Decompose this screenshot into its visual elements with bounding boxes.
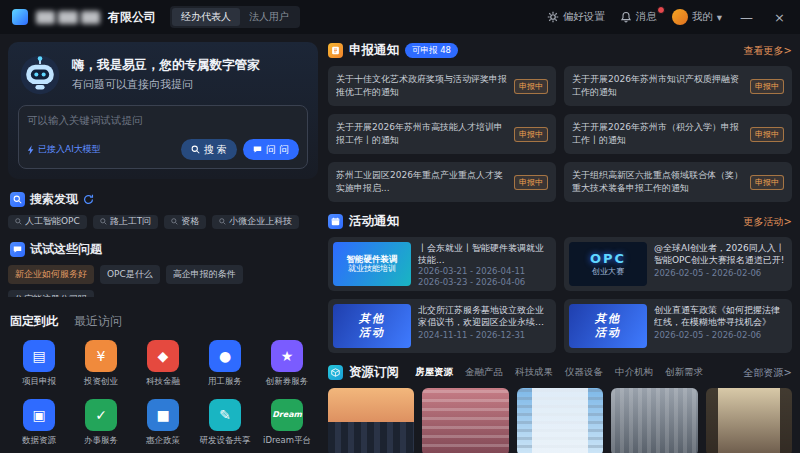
profile-menu[interactable]: 我的 ▾ <box>672 9 722 25</box>
tab-innovation-needs[interactable]: 创新需求 <box>665 366 703 379</box>
main-content: 嗨，我是易豆，您的专属数字管家 有问题可以直接向我提问 已接入AI大模型 <box>0 34 800 453</box>
close-button[interactable]: × <box>771 11 788 24</box>
discover-chip[interactable]: 人工智能OPC <box>8 215 87 229</box>
notices-more-link[interactable]: 查看更多> <box>744 44 792 58</box>
tab-legal-user[interactable]: 法人用户 <box>240 8 298 26</box>
tab-agencies[interactable]: 中介机构 <box>615 366 653 379</box>
quick-access-tabs: 固定到此 最近访问 <box>10 313 316 330</box>
status-badge: 申报中 <box>750 127 784 142</box>
app-shortcut-data[interactable]: ▣ 数据资源 <box>8 399 70 445</box>
tab-financial[interactable]: 金融产品 <box>465 366 503 379</box>
tab-housing[interactable]: 房屋资源 <box>415 366 453 379</box>
notice-card[interactable]: 关于开展2026年苏州市知识产权质押融资工作的通知 申报中 <box>564 66 792 106</box>
discover-chip[interactable]: 小微企业上科技 <box>212 215 299 229</box>
app-shortcut-invest[interactable]: ¥ 投资创业 <box>70 340 132 386</box>
status-badge: 申报中 <box>750 175 784 190</box>
activity-thumbnail: 其他 活动 <box>333 304 411 348</box>
titlebar-actions: 偏好设置 消息 我的 ▾ — × <box>547 9 788 25</box>
activity-card[interactable]: 其他 活动 创业直通车政策《如何把握法律红线，在模糊地带寻找机会》 2026-0… <box>564 299 792 353</box>
messages-button[interactable]: 消息 <box>620 10 657 24</box>
box-icon <box>328 365 343 380</box>
idream-icon: Dream <box>271 399 303 431</box>
property-card[interactable]: 浦公外服大厦，苏州 园区精装 <box>706 388 792 453</box>
app-shortcut-finance[interactable]: ◆ 科技金融 <box>132 340 194 386</box>
property-photo <box>328 388 414 453</box>
search-button[interactable]: 搜 索 <box>181 139 237 160</box>
search-icon <box>13 195 22 204</box>
search-icon <box>100 218 107 225</box>
question-chip[interactable]: 住宅能注册公司吗 <box>8 290 94 297</box>
status-badge: 申报中 <box>750 79 784 94</box>
tab-recent[interactable]: 最近访问 <box>74 313 122 330</box>
resources-title: 资源订阅 <box>349 364 399 381</box>
app-shortcut-idream[interactable]: Dream iDream平台 <box>256 399 318 445</box>
minimize-button[interactable]: — <box>737 11 756 24</box>
question-chip[interactable]: 新企业如何服务好 <box>8 265 94 284</box>
company-logo-blurred <box>36 11 100 24</box>
titlebar: 有限公司 经办代表人 法人用户 偏好设置 消息 我的 ▾ — × <box>0 0 800 34</box>
equipment-icon: ✎ <box>209 399 241 431</box>
questions-icon <box>10 242 25 257</box>
status-badge: 申报中 <box>514 175 548 190</box>
activity-date: 2026-02-05 - 2026-02-06 <box>654 268 787 278</box>
notice-card[interactable]: 关于十佳文化艺术政府奖项与活动评奖申报推优工作的通知 申报中 <box>328 66 556 106</box>
tab-pinned[interactable]: 固定到此 <box>10 313 58 330</box>
property-photo <box>517 388 603 453</box>
tab-instruments[interactable]: 仪器设备 <box>565 366 603 379</box>
activity-info: 北交所江苏服务基地设立致企业家倡议书，欢迎园区企业永续加入! 2024-11-1… <box>418 304 551 348</box>
activity-card[interactable]: 其他 活动 北交所江苏服务基地设立致企业家倡议书，欢迎园区企业永续加入! 202… <box>328 299 556 353</box>
app-shortcut-equipment[interactable]: ✎ 研发设备共享 <box>194 399 256 445</box>
app-label: 办事服务 <box>84 435 118 445</box>
question-chip[interactable]: 高企申报的条件 <box>166 265 243 284</box>
notice-card[interactable]: 苏州工业园区2026年重点产业重点人才奖实施申报启... 申报中 <box>328 162 556 202</box>
chevron-down-icon: ▾ <box>717 11 722 23</box>
status-badge: 申报中 <box>514 127 548 142</box>
activity-date: 2026-02-05 - 2026-02-06 <box>654 330 787 340</box>
avatar <box>672 9 688 25</box>
resources-section: 资源订阅 房屋资源 金融产品 科技成果 仪器设备 中介机构 创新需求 全部资源>… <box>328 364 792 453</box>
notice-card[interactable]: 关于开展2026年苏州市高技能人才培训申报工作丨的通知 申报中 <box>328 114 556 154</box>
activity-info: 创业直通车政策《如何把握法律红线，在模糊地带寻找机会》 2026-02-05 -… <box>654 304 787 348</box>
search-icon <box>15 218 22 225</box>
activity-card[interactable]: 智能硬件装调 就业技能培训 丨会东就业丨智能硬件装调就业技能... 2026-0… <box>328 237 556 291</box>
activity-thumbnail: 其他 活动 <box>569 304 647 348</box>
refresh-icon[interactable] <box>83 194 94 205</box>
data-icon: ▣ <box>23 399 55 431</box>
activities-more-link[interactable]: 更多活动> <box>744 215 792 229</box>
activity-title: 丨会东就业丨智能硬件装调就业技能... <box>418 242 551 264</box>
property-card[interactable]: 6-9A0 <box>328 388 414 453</box>
activity-title: 北交所江苏服务基地设立致企业家倡议书，欢迎园区企业永续加入! <box>418 304 551 328</box>
lightning-icon <box>27 145 35 155</box>
question-chip[interactable]: OPC是什么 <box>100 265 160 284</box>
activity-date: 2026-03-21 - 2026-04-11 <box>418 266 551 275</box>
notice-card[interactable]: 关于开展2026年苏州市（积分入学）申报工作丨的通知 申报中 <box>564 114 792 154</box>
company-logo-icon <box>12 9 28 25</box>
tab-agent-user[interactable]: 经办代表人 <box>172 8 240 26</box>
preferences-button[interactable]: 偏好设置 <box>547 10 605 24</box>
app-shortcut-service[interactable]: ✓ 办事服务 <box>70 399 132 445</box>
assistant-zone: 嗨，我是易豆，您的专属数字管家 有问题可以直接向我提问 已接入AI大模型 <box>8 42 318 179</box>
bell-icon <box>620 11 632 23</box>
app-shortcut-project[interactable]: ▤ 项目申报 <box>8 340 70 386</box>
app-shortcut-labor[interactable]: ● 用工服务 <box>194 340 256 386</box>
notices-title: 申报通知 <box>349 42 399 59</box>
notification-badge <box>657 6 665 14</box>
labor-icon: ● <box>209 340 241 372</box>
notice-card[interactable]: 关于组织高新区六批重点领域联合体（奖）重大技术装备申报工作的通知 申报中 <box>564 162 792 202</box>
property-card[interactable]: 高新科技大厦，精装 办公，1340㎡ <box>611 388 697 453</box>
discover-chip[interactable]: 路上工T问 <box>93 215 159 229</box>
app-grid: ▤ 项目申报 ¥ 投资创业 ◆ 科技金融 ● 用工服务 ★ 创新券服务 <box>8 340 318 445</box>
app-shortcut-voucher[interactable]: ★ 创新券服务 <box>256 340 318 386</box>
property-card[interactable]: 560义创办公，满足精... 办公，95-1800㎡ <box>517 388 603 453</box>
tab-tech-results[interactable]: 科技成果 <box>515 366 553 379</box>
question-input[interactable] <box>27 114 299 126</box>
ask-button[interactable]: 问 问 <box>243 139 299 160</box>
assistant-banner: 嗨，我是易豆，您的专属数字管家 有问题可以直接向我提问 <box>18 52 308 96</box>
activity-card[interactable]: OPC 创业大赛 @全球AI创业者，2026同人入丨智能OPC创业大赛报名通道已… <box>564 237 792 291</box>
notice-title: 关于开展2026年苏州市（积分入学）申报工作丨的通知 <box>572 121 744 146</box>
discover-chip[interactable]: 资格 <box>164 215 206 229</box>
activities-grid: 智能硬件装调 就业技能培训 丨会东就业丨智能硬件装调就业技能... 2026-0… <box>328 237 792 353</box>
app-shortcut-policy[interactable]: ■ 惠企政策 <box>132 399 194 445</box>
resources-more-link[interactable]: 全部资源> <box>744 366 792 380</box>
property-card[interactable]: 整楼出租创新工E+586㎡ 40 9平 <box>422 388 508 453</box>
